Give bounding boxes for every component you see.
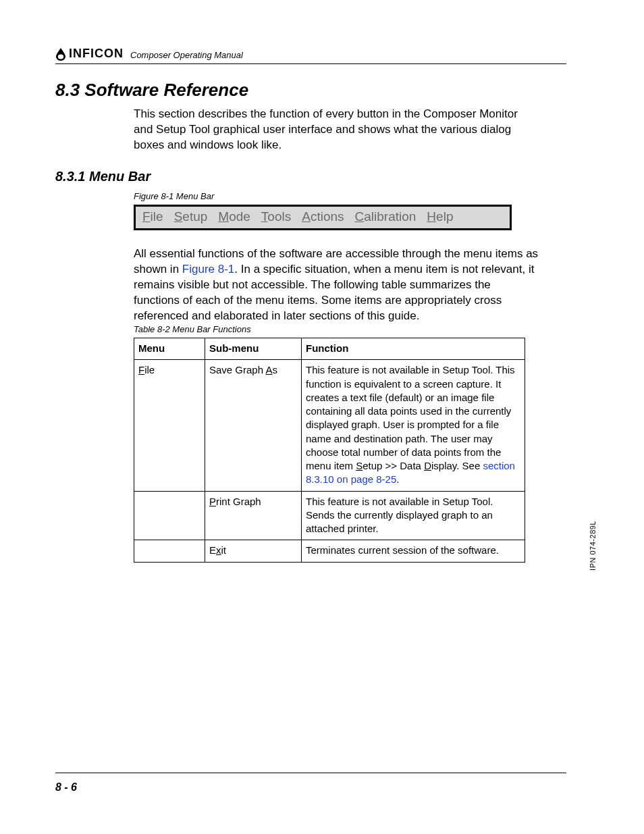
table-row: Print Graph This feature is not availabl…	[134, 491, 525, 540]
inficon-drop-icon	[55, 47, 66, 61]
cell-function: Terminates current session of the softwa…	[302, 540, 525, 562]
menu-item-tools[interactable]: Tools	[261, 209, 291, 224]
menu-item-mode[interactable]: Mode	[218, 209, 250, 224]
page-number: 8 - 6	[55, 781, 77, 793]
col-header-menu: Menu	[134, 338, 205, 360]
col-header-submenu: Sub-menu	[205, 338, 302, 360]
header-title: Composer Operating Manual	[130, 50, 243, 61]
menu-item-setup[interactable]: Setup	[174, 209, 208, 224]
table-caption: Table 8-2 Menu Bar Functions	[134, 324, 251, 334]
menu-item-help[interactable]: Help	[427, 209, 453, 224]
side-ipn: IPN 074-289L	[589, 521, 597, 571]
menubar-figure: File Setup Mode Tools Actions Calibratio…	[134, 205, 512, 230]
menu-item-calibration[interactable]: Calibration	[355, 209, 417, 224]
menu-item-file[interactable]: File	[142, 209, 163, 224]
col-header-function: Function	[302, 338, 525, 360]
footer-rule	[55, 773, 566, 773]
section-heading: 8.3 Software Reference	[55, 80, 248, 101]
cell-menu	[134, 540, 205, 562]
table-row: File Save Graph As This feature is not a…	[134, 360, 525, 491]
cell-submenu: Print Graph	[205, 491, 302, 540]
cell-function: This feature is not available in Setup T…	[302, 360, 525, 491]
menu-functions-table: Menu Sub-menu Function File Save Graph A…	[134, 338, 525, 563]
cell-submenu: Exit	[205, 540, 302, 562]
svg-point-0	[58, 54, 63, 59]
intro-paragraph: This section describes the function of e…	[134, 107, 532, 153]
cell-function: This feature is not available in Setup T…	[302, 491, 525, 540]
figure-xref[interactable]: Figure 8-1	[182, 263, 234, 276]
cell-menu	[134, 491, 205, 540]
brand-text: INFICON	[69, 47, 124, 61]
table-header-row: Menu Sub-menu Function	[134, 338, 525, 360]
page-header: INFICON Composer Operating Manual	[55, 42, 566, 64]
cell-submenu: Save Graph As	[205, 360, 302, 491]
cell-menu: File	[134, 360, 205, 491]
body-paragraph: All essential functions of the software …	[134, 246, 539, 324]
figure-caption: Figure 8-1 Menu Bar	[134, 191, 214, 201]
table-row: Exit Terminates current session of the s…	[134, 540, 525, 562]
brand-logo: INFICON	[55, 47, 124, 61]
menu-item-actions[interactable]: Actions	[302, 209, 344, 224]
subsection-heading: 8.3.1 Menu Bar	[55, 169, 151, 184]
